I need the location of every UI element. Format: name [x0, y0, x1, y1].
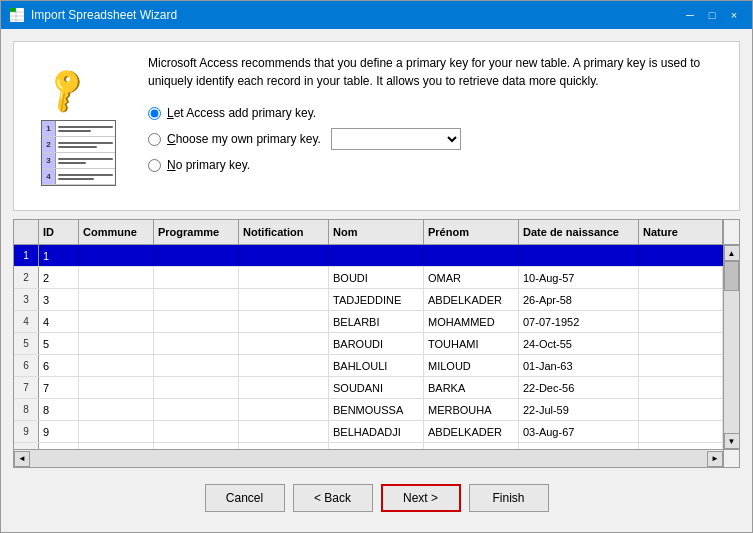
- next-button[interactable]: Next >: [381, 484, 461, 512]
- cell-prenom: TOUHAMI: [424, 333, 519, 354]
- table-row[interactable]: 10 10 MOULESSEHOUL MILOUD 11-Jun-63: [14, 443, 723, 449]
- radio-let-access[interactable]: [148, 107, 161, 120]
- table-row[interactable]: 1 1: [14, 245, 723, 267]
- table-row[interactable]: 6 6 BAHLOULI MILOUD 01-Jan-63: [14, 355, 723, 377]
- row-number: 6: [14, 355, 39, 376]
- row-num-header: [14, 220, 39, 244]
- spreadsheet-icon: [9, 7, 25, 23]
- cell-nature: [639, 289, 723, 310]
- cell-nature: [639, 245, 723, 266]
- col-header-prenom: Prénom: [424, 220, 519, 244]
- cell-nom: MOULESSEHOUL: [329, 443, 424, 449]
- scroll-right-button[interactable]: ►: [707, 451, 723, 467]
- cell-commune: [79, 267, 154, 288]
- radio-let-access-label[interactable]: Let Access add primary key.: [167, 106, 316, 120]
- cell-programme: [154, 289, 239, 310]
- cell-notification: [239, 311, 329, 332]
- cell-id: 1: [39, 245, 79, 266]
- col-header-nom: Nom: [329, 220, 424, 244]
- cell-notification: [239, 421, 329, 442]
- vertical-scrollbar[interactable]: ▲ ▼: [723, 245, 739, 449]
- cell-commune: [79, 377, 154, 398]
- scroll-track-v[interactable]: [724, 261, 739, 433]
- table-row[interactable]: 8 8 BENMOUSSA MERBOUHA 22-Jul-59: [14, 399, 723, 421]
- radio-option-3[interactable]: No primary key.: [148, 158, 727, 172]
- scroll-down-button[interactable]: ▼: [724, 433, 740, 449]
- col-header-id: ID: [39, 220, 79, 244]
- cell-prenom: ABDELKADER: [424, 421, 519, 442]
- data-grid-container: ID Commune Programme Notification Nom Pr…: [13, 219, 740, 468]
- cell-nom: BELHADADJI: [329, 421, 424, 442]
- radio-label-text2: Choose my own primary key.: [167, 132, 321, 146]
- row-number: 3: [14, 289, 39, 310]
- table-row[interactable]: 5 5 BAROUDI TOUHAMI 24-Oct-55: [14, 333, 723, 355]
- row-number: 8: [14, 399, 39, 420]
- cell-date: 22-Dec-56: [519, 377, 639, 398]
- radio-option-1[interactable]: Let Access add primary key.: [148, 106, 727, 120]
- cell-programme: [154, 267, 239, 288]
- table-row[interactable]: 7 7 SOUDANI BARKA 22-Dec-56: [14, 377, 723, 399]
- horizontal-scrollbar-container: ◄ ►: [14, 449, 739, 467]
- cell-prenom: MERBOUHA: [424, 399, 519, 420]
- cell-id: 2: [39, 267, 79, 288]
- radio-own-key[interactable]: [148, 133, 161, 146]
- col-header-notification: Notification: [239, 220, 329, 244]
- minimize-button[interactable]: ─: [680, 5, 700, 25]
- finish-button[interactable]: Finish: [469, 484, 549, 512]
- row-number: 4: [14, 311, 39, 332]
- col-header-nature: Nature: [639, 220, 723, 244]
- close-button[interactable]: ×: [724, 5, 744, 25]
- cell-notification: [239, 245, 329, 266]
- window-title: Import Spreadsheet Wizard: [31, 8, 177, 22]
- table-row[interactable]: 9 9 BELHADADJI ABDELKADER 03-Aug-67: [14, 421, 723, 443]
- cell-commune: [79, 245, 154, 266]
- primary-key-dropdown[interactable]: [331, 128, 461, 150]
- radio-no-key-label[interactable]: No primary key.: [167, 158, 250, 172]
- maximize-button[interactable]: □: [702, 5, 722, 25]
- cell-commune: [79, 421, 154, 442]
- cell-commune: [79, 333, 154, 354]
- row-number: 2: [14, 267, 39, 288]
- cell-commune: [79, 399, 154, 420]
- cell-commune: [79, 311, 154, 332]
- cell-programme: [154, 421, 239, 442]
- cell-prenom: MILOUD: [424, 443, 519, 449]
- row-number: 7: [14, 377, 39, 398]
- key-icon: 🔑: [39, 63, 94, 117]
- cell-prenom: MILOUD: [424, 355, 519, 376]
- table-row[interactable]: 3 3 TADJEDDINE ABDELKADER 26-Apr-58: [14, 289, 723, 311]
- row-number: 10: [14, 443, 39, 449]
- scrollbar-corner-bottom: [723, 450, 739, 467]
- scroll-up-button[interactable]: ▲: [724, 245, 740, 261]
- back-button[interactable]: < Back: [293, 484, 373, 512]
- cell-date: 01-Jan-63: [519, 355, 639, 376]
- cell-id: 9: [39, 421, 79, 442]
- cell-nom: [329, 245, 424, 266]
- radio-no-key[interactable]: [148, 159, 161, 172]
- table-row[interactable]: 2 2 BOUDI OMAR 10-Aug-57: [14, 267, 723, 289]
- scroll-left-button[interactable]: ◄: [14, 451, 30, 467]
- cell-notification: [239, 333, 329, 354]
- cell-programme: [154, 355, 239, 376]
- cell-notification: [239, 289, 329, 310]
- cell-date: 11-Jun-63: [519, 443, 639, 449]
- cell-date: 07-07-1952: [519, 311, 639, 332]
- cell-notification: [239, 355, 329, 376]
- scrollbar-corner-top: [723, 220, 739, 245]
- cancel-button[interactable]: Cancel: [205, 484, 285, 512]
- cell-nom: BOUDI: [329, 267, 424, 288]
- cell-prenom: OMAR: [424, 267, 519, 288]
- main-window: Import Spreadsheet Wizard ─ □ × 🔑 1: [0, 0, 753, 533]
- cell-notification: [239, 399, 329, 420]
- cell-nom: BAROUDI: [329, 333, 424, 354]
- cell-notification: [239, 443, 329, 449]
- cell-nature: [639, 355, 723, 376]
- col-header-date: Date de naissance: [519, 220, 639, 244]
- scroll-thumb-v[interactable]: [724, 261, 739, 291]
- top-section: 🔑 1 2 3: [13, 41, 740, 211]
- radio-own-key-label[interactable]: Choose my own primary key.: [167, 132, 321, 146]
- horizontal-scrollbar[interactable]: ◄ ►: [14, 450, 723, 467]
- radio-option-2[interactable]: Choose my own primary key.: [148, 128, 727, 150]
- table-row[interactable]: 4 4 BELARBI MOHAMMED 07-07-1952: [14, 311, 723, 333]
- scroll-track-h[interactable]: [30, 450, 707, 467]
